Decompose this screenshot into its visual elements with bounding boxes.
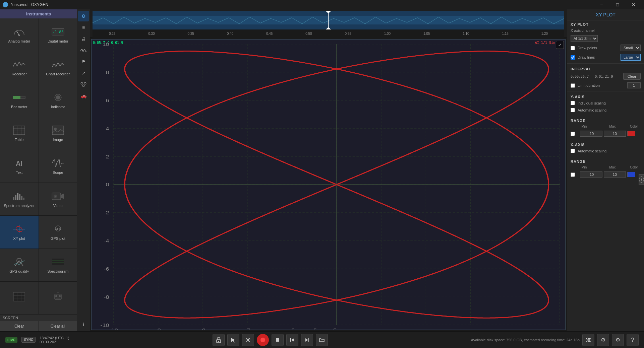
svg-point-48 <box>59 295 61 297</box>
svg-text:8: 8 <box>106 69 109 75</box>
x-range-min-input[interactable] <box>580 171 602 178</box>
close-button[interactable]: ✕ <box>626 0 641 9</box>
skip-back-button[interactable] <box>286 334 298 346</box>
tool-list[interactable]: ≡ <box>78 22 89 33</box>
sidebar-item-chart-recorder[interactable]: Chart recorder <box>39 51 77 84</box>
sidebar-item-xy-plot[interactable]: XY plot <box>0 216 39 248</box>
sidebar-item-indicator[interactable]: Indicator <box>39 84 77 117</box>
plot-info-channel: AI 1/1 Sim <box>535 41 555 45</box>
tool-settings[interactable]: ⚙ <box>78 11 89 21</box>
chart-recorder-icon <box>51 59 65 70</box>
tool-group[interactable] <box>78 79 89 90</box>
snowflake-button[interactable] <box>242 334 254 346</box>
tool-info[interactable]: ℹ <box>78 319 89 330</box>
lock-button[interactable] <box>213 334 225 346</box>
svg-rect-7 <box>13 96 20 99</box>
sidebar-item-spectrum-analyzer[interactable]: Spectrum analyzer <box>0 183 39 215</box>
tool-print[interactable]: 🖨 <box>78 33 89 44</box>
x-range-color-swatch[interactable] <box>627 172 635 177</box>
x-axis-section-title: X-AXIS <box>567 141 644 147</box>
status-time-value: 13:47:42 (UTC+1) <box>40 336 69 340</box>
image-icon <box>51 125 65 136</box>
individual-scaling-row: Individual scaling <box>567 99 644 107</box>
sidebar-item-table[interactable]: Table <box>0 117 39 150</box>
more-settings-button[interactable]: ⚙ <box>612 334 624 346</box>
y-range-color-label: Color <box>627 125 641 128</box>
automatic-scaling-y-checkbox[interactable] <box>571 108 575 112</box>
sidebar-item-recorder[interactable]: Recorder <box>0 51 39 84</box>
sidebar-item-robot[interactable] <box>39 282 77 314</box>
svg-marker-128 <box>305 338 308 342</box>
recorder-label: Recorder <box>12 72 27 76</box>
sidebar-item-digital-meter[interactable]: -1.85 Digital meter <box>39 18 77 51</box>
tool-export[interactable]: ↗ <box>78 68 89 78</box>
settings-button[interactable]: ⚙ <box>597 334 609 346</box>
timeline-mark-7: 0:55 <box>329 32 368 36</box>
sidebar-item-analog-meter[interactable]: Analog meter <box>0 18 39 51</box>
tool-flag[interactable]: ⚑ <box>78 56 89 67</box>
limit-duration-checkbox[interactable] <box>571 83 575 88</box>
draw-points-checkbox[interactable] <box>571 46 575 50</box>
svg-text:AI: AI <box>16 160 22 167</box>
right-info-icon[interactable]: i <box>639 174 644 185</box>
x-range-max-input[interactable] <box>604 171 626 178</box>
skip-forward-button[interactable] <box>301 334 313 346</box>
x-range-enable-checkbox[interactable] <box>571 172 575 177</box>
disk-info: Available disk space: 756.0 GB, estimate… <box>471 338 580 342</box>
tool-car[interactable]: 🚗 <box>78 90 89 101</box>
automatic-scaling-y-label: Automatic scaling <box>578 108 641 112</box>
automatic-scaling-x-checkbox[interactable] <box>571 149 575 153</box>
stop-button[interactable] <box>272 334 284 346</box>
timeline[interactable]: 0:25 0:30 0:35 0:40 0:45 0:50 0:55 1:00 … <box>90 9 567 38</box>
table-label: Table <box>15 138 23 142</box>
sidebar-item-spectrogram[interactable]: Spectrogram <box>39 249 77 281</box>
interval-row: 0:00:56.7 - 0:01:21.9 Clear <box>567 72 644 81</box>
interval-clear-button[interactable]: Clear <box>623 73 641 80</box>
y-range-min-input[interactable] <box>580 131 602 137</box>
draw-lines-size-select[interactable]: Large <box>621 54 641 61</box>
sidebar-item-text[interactable]: AI Text <box>0 150 39 183</box>
record-dot <box>260 338 265 342</box>
sidebar-item-grid[interactable] <box>0 282 39 314</box>
sidebar-item-video[interactable]: Video <box>39 183 77 215</box>
individual-scaling-label: Individual scaling <box>578 101 641 105</box>
video-icon <box>51 191 65 202</box>
timeline-mark-2: 0:30 <box>132 32 171 36</box>
cursor-button[interactable] <box>227 334 239 346</box>
sidebar-item-bar-meter[interactable]: Bar meter <box>0 84 39 117</box>
folder-button[interactable] <box>316 334 328 346</box>
sidebar-item-scope[interactable]: Scope <box>39 150 77 183</box>
clear-all-button[interactable]: Clear all <box>39 321 77 331</box>
record-button[interactable] <box>257 334 269 346</box>
xy-plot-section-title: XY PLOT <box>567 20 644 27</box>
channel-config-button[interactable] <box>582 334 594 346</box>
draw-points-size-select[interactable]: Small <box>621 45 641 51</box>
sidebar-item-gps-quality[interactable]: GPS quality <box>0 249 39 281</box>
plot-expand-button[interactable]: ⤢ <box>556 41 564 49</box>
svg-point-28 <box>55 196 56 197</box>
draw-lines-checkbox[interactable] <box>571 55 575 60</box>
draw-points-row: Draw points Small <box>567 43 644 53</box>
svg-text:4: 4 <box>106 126 109 131</box>
y-range-enable-checkbox[interactable] <box>571 132 575 136</box>
x-axis-channel-select[interactable]: AI 1/1 Sim <box>571 35 598 42</box>
maximize-button[interactable]: □ <box>610 0 625 9</box>
clear-button[interactable]: Clear <box>0 321 39 331</box>
xy-plot-icon <box>12 224 26 234</box>
divider-5 <box>567 156 644 156</box>
image-label: Image <box>53 138 63 142</box>
sidebar-item-gps-plot[interactable]: GPS GPS plot <box>39 216 77 248</box>
timeline-mark-1: 0:25 <box>93 32 132 36</box>
timeline-track[interactable] <box>93 11 564 29</box>
limit-duration-input[interactable] <box>627 82 641 88</box>
sidebar-item-image[interactable]: Image <box>39 117 77 150</box>
help-button[interactable]: ? <box>627 334 639 346</box>
svg-rect-37 <box>52 259 64 265</box>
individual-scaling-checkbox[interactable] <box>571 101 575 105</box>
minimize-button[interactable]: − <box>594 0 609 9</box>
titlebar-left: *unsaved - OXYGEN <box>3 2 48 7</box>
y-range-max-input[interactable] <box>604 131 626 137</box>
tool-waveform[interactable] <box>78 45 89 56</box>
y-range-color-swatch[interactable] <box>627 131 635 136</box>
x-axis-channel-value-row: AI 1/1 Sim <box>567 34 644 43</box>
